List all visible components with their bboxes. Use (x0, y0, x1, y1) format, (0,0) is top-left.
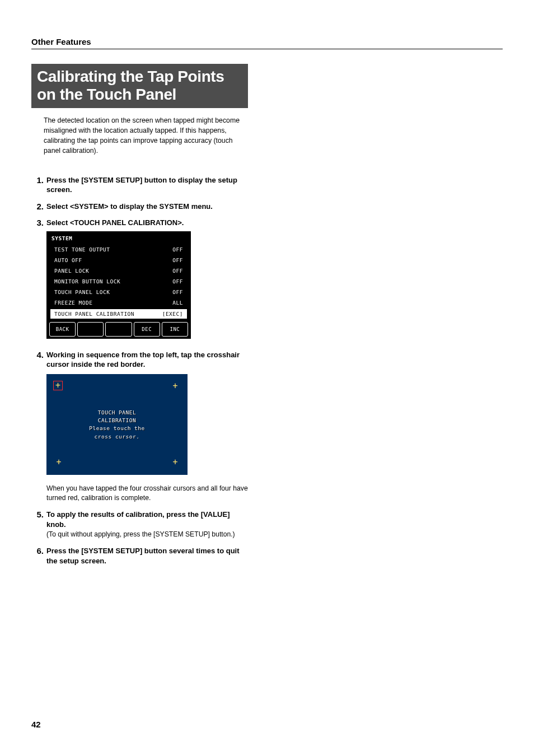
crosshair-icon: + (53, 381, 63, 390)
system-menu-row: MONITOR BUTTON LOCK OFF (49, 276, 189, 287)
system-menu-title: SYSTEM (49, 234, 189, 244)
step-5: 5. To apply the results of calibration, … (31, 510, 503, 539)
row-label: AUTO OFF (54, 257, 82, 263)
system-menu-row-selected: TOUCH PANEL CALIBRATION [EXEC] (50, 309, 187, 319)
step-subtext: (To quit without applying, press the [SY… (46, 530, 250, 539)
step-text: Press the [SYSTEM SETUP] button several … (46, 546, 250, 566)
step-text: Press the [SYSTEM SETUP] button to displ… (46, 175, 250, 195)
row-value: [EXEC] (162, 311, 183, 317)
crosshair-icon: + (171, 458, 180, 467)
row-value: OFF (172, 246, 183, 253)
row-value: OFF (172, 257, 183, 263)
row-label: TOUCH PANEL CALIBRATION (54, 311, 134, 317)
system-menu-row: AUTO OFF OFF (49, 255, 189, 265)
calibration-screenshot: + + + + TOUCH PANEL CALIBRATION Please t… (46, 374, 188, 475)
system-menu-row: TEST TONE OUTPUT OFF (49, 244, 189, 255)
row-label: TEST TONE OUTPUT (54, 246, 110, 253)
back-button: BACK (49, 322, 76, 337)
step-2: 2. Select <SYSTEM> to display the SYSTEM… (31, 202, 503, 212)
breadcrumb: Other Features (31, 37, 503, 49)
row-label: TOUCH PANEL LOCK (54, 289, 110, 295)
row-label: FREEZE MODE (54, 300, 92, 306)
step-1: 1. Press the [SYSTEM SETUP] button to di… (31, 175, 503, 195)
step-number: 4. (31, 350, 44, 370)
row-label: PANEL LOCK (54, 268, 89, 274)
step-number: 5. (31, 510, 44, 539)
step-number: 6. (31, 546, 44, 566)
dec-button: DEC (134, 322, 160, 337)
steps-list: 1. Press the [SYSTEM SETUP] button to di… (31, 175, 503, 566)
row-value: OFF (172, 289, 183, 295)
step-6: 6. Press the [SYSTEM SETUP] button sever… (31, 546, 503, 566)
calib-line1: TOUCH PANEL CALIBRATION (82, 408, 152, 424)
step-number: 1. (31, 175, 44, 195)
step-text: To apply the results of calibration, pre… (46, 510, 250, 529)
page-number: 42 (31, 720, 41, 729)
page-title: Calibrating the Tap Points on the Touch … (31, 64, 248, 108)
system-menu-row: FREEZE MODE ALL (49, 297, 189, 308)
blank-button (105, 322, 132, 337)
step-text: Select <TOUCH PANEL CALIBRATION>. (46, 218, 250, 228)
crosshair-icon: + (54, 458, 63, 467)
system-menu-row: PANEL LOCK OFF (49, 265, 189, 276)
row-label: MONITOR BUTTON LOCK (54, 278, 120, 284)
system-menu-screenshot: SYSTEM TEST TONE OUTPUT OFF AUTO OFF OFF… (46, 231, 191, 339)
step-text: Working in sequence from the top left, t… (46, 350, 250, 370)
crosshair-icon: + (171, 382, 180, 391)
system-menu-row: TOUCH PANEL LOCK OFF (49, 287, 189, 297)
step-4: 4. Working in sequence from the top left… (31, 350, 503, 503)
step-3: 3. Select <TOUCH PANEL CALIBRATION>. SYS… (31, 218, 503, 339)
calibration-note: When you have tapped the four crosshair … (46, 484, 248, 503)
row-value: OFF (172, 278, 183, 284)
system-menu-buttons: BACK DEC INC (49, 322, 189, 337)
step-text: Select <SYSTEM> to display the SYSTEM me… (46, 202, 250, 212)
step-number: 2. (31, 202, 44, 212)
row-value: OFF (172, 268, 183, 274)
row-value: ALL (172, 300, 183, 306)
inc-button: INC (162, 322, 188, 337)
blank-button (77, 322, 104, 337)
calibration-message: TOUCH PANEL CALIBRATION Please touch the… (82, 408, 152, 440)
step-number: 3. (31, 218, 44, 228)
calib-line2: Please touch the cross cursor. (82, 424, 152, 441)
intro-paragraph: The detected location on the screen when… (44, 116, 245, 156)
